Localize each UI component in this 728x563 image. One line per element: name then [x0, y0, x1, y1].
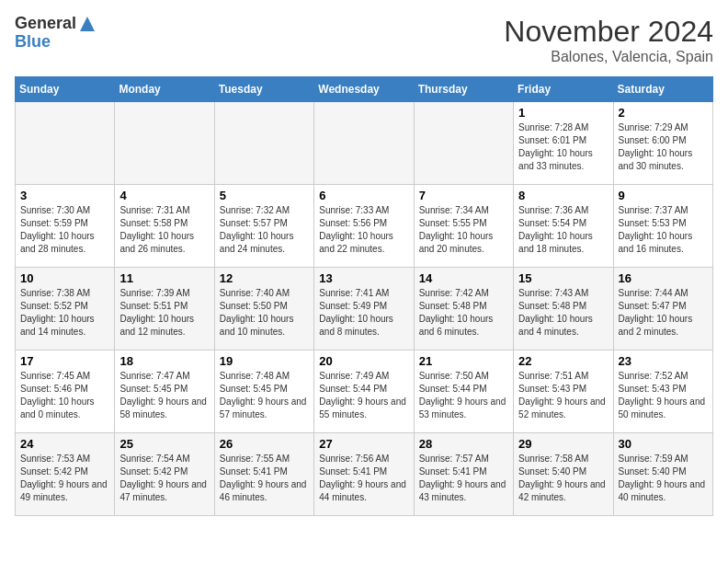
calendar-day-cell: 4Sunrise: 7:31 AM Sunset: 5:58 PM Daylig…: [115, 185, 214, 268]
day-info: Sunrise: 7:34 AM Sunset: 5:55 PM Dayligh…: [419, 204, 508, 256]
calendar-day-cell: [16, 102, 115, 185]
day-number: 22: [518, 354, 608, 368]
day-number: 30: [619, 437, 708, 451]
day-number: 12: [220, 271, 309, 285]
calendar-day-cell: 22Sunrise: 7:51 AM Sunset: 5:43 PM Dayli…: [514, 350, 613, 433]
calendar-day-cell: 7Sunrise: 7:34 AM Sunset: 5:55 PM Daylig…: [414, 185, 513, 268]
day-info: Sunrise: 7:41 AM Sunset: 5:49 PM Dayligh…: [319, 287, 408, 339]
calendar-day-cell: 8Sunrise: 7:36 AM Sunset: 5:54 PM Daylig…: [514, 185, 613, 268]
day-info: Sunrise: 7:38 AM Sunset: 5:52 PM Dayligh…: [20, 287, 109, 339]
calendar-day-cell: 19Sunrise: 7:48 AM Sunset: 5:45 PM Dayli…: [214, 350, 313, 433]
day-info: Sunrise: 7:44 AM Sunset: 5:47 PM Dayligh…: [619, 287, 708, 339]
weekday-header-cell: Saturday: [613, 77, 712, 102]
svg-marker-0: [80, 17, 95, 31]
calendar-week-row: 17Sunrise: 7:45 AM Sunset: 5:46 PM Dayli…: [16, 350, 713, 433]
calendar-day-cell: 10Sunrise: 7:38 AM Sunset: 5:52 PM Dayli…: [16, 268, 115, 350]
day-info: Sunrise: 7:32 AM Sunset: 5:57 PM Dayligh…: [220, 204, 309, 256]
day-info: Sunrise: 7:56 AM Sunset: 5:41 PM Dayligh…: [319, 453, 408, 504]
calendar-day-cell: 28Sunrise: 7:57 AM Sunset: 5:41 PM Dayli…: [414, 433, 513, 516]
day-info: Sunrise: 7:37 AM Sunset: 5:53 PM Dayligh…: [619, 204, 708, 256]
day-info: Sunrise: 7:30 AM Sunset: 5:59 PM Dayligh…: [20, 204, 109, 256]
calendar-week-row: 10Sunrise: 7:38 AM Sunset: 5:52 PM Dayli…: [16, 268, 713, 350]
calendar-day-cell: 25Sunrise: 7:54 AM Sunset: 5:42 PM Dayli…: [115, 433, 214, 516]
logo-icon: [78, 15, 97, 33]
day-number: 3: [20, 189, 109, 202]
weekday-header-cell: Sunday: [16, 77, 115, 102]
day-info: Sunrise: 7:58 AM Sunset: 5:40 PM Dayligh…: [518, 453, 608, 504]
day-info: Sunrise: 7:40 AM Sunset: 5:50 PM Dayligh…: [220, 287, 309, 339]
day-number: 19: [220, 354, 309, 368]
day-number: 21: [419, 354, 508, 368]
calendar-day-cell: [414, 102, 513, 185]
day-info: Sunrise: 7:48 AM Sunset: 5:45 PM Dayligh…: [220, 370, 309, 421]
day-number: 28: [419, 437, 508, 451]
calendar-day-cell: 16Sunrise: 7:44 AM Sunset: 5:47 PM Dayli…: [613, 268, 712, 350]
day-number: 5: [220, 189, 309, 202]
title-block: November 2024 Balones, Valencia, Spain: [504, 15, 713, 65]
calendar-week-row: 24Sunrise: 7:53 AM Sunset: 5:42 PM Dayli…: [16, 433, 713, 516]
calendar-day-cell: 26Sunrise: 7:55 AM Sunset: 5:41 PM Dayli…: [214, 433, 313, 516]
calendar-day-cell: 24Sunrise: 7:53 AM Sunset: 5:42 PM Dayli…: [16, 433, 115, 516]
calendar-day-cell: 1Sunrise: 7:28 AM Sunset: 6:01 PM Daylig…: [514, 102, 613, 185]
day-info: Sunrise: 7:54 AM Sunset: 5:42 PM Dayligh…: [119, 453, 209, 504]
day-number: 15: [518, 271, 608, 285]
calendar-day-cell: 6Sunrise: 7:33 AM Sunset: 5:56 PM Daylig…: [314, 185, 414, 268]
weekday-header-row: SundayMondayTuesdayWednesdayThursdayFrid…: [16, 77, 713, 102]
day-info: Sunrise: 7:33 AM Sunset: 5:56 PM Dayligh…: [319, 204, 408, 256]
calendar-day-cell: [115, 102, 214, 185]
calendar-day-cell: 20Sunrise: 7:49 AM Sunset: 5:44 PM Dayli…: [314, 350, 414, 433]
day-number: 11: [119, 271, 209, 285]
day-number: 4: [119, 189, 209, 202]
day-info: Sunrise: 7:28 AM Sunset: 6:01 PM Dayligh…: [518, 121, 608, 173]
day-number: 13: [319, 271, 408, 285]
day-number: 10: [20, 271, 109, 285]
calendar-body: 1Sunrise: 7:28 AM Sunset: 6:01 PM Daylig…: [16, 102, 713, 516]
day-number: 23: [619, 354, 708, 368]
month-title: November 2024: [504, 15, 713, 49]
page-header: General Blue November 2024 Balones, Vale…: [15, 15, 713, 65]
day-info: Sunrise: 7:51 AM Sunset: 5:43 PM Dayligh…: [518, 370, 608, 421]
day-info: Sunrise: 7:47 AM Sunset: 5:45 PM Dayligh…: [119, 370, 209, 421]
day-number: 14: [419, 271, 508, 285]
weekday-header-cell: Friday: [514, 77, 613, 102]
calendar-day-cell: 2Sunrise: 7:29 AM Sunset: 6:00 PM Daylig…: [613, 102, 712, 185]
day-number: 1: [518, 106, 608, 120]
day-info: Sunrise: 7:49 AM Sunset: 5:44 PM Dayligh…: [319, 370, 408, 421]
calendar-day-cell: 12Sunrise: 7:40 AM Sunset: 5:50 PM Dayli…: [214, 268, 313, 350]
calendar-day-cell: [214, 102, 313, 185]
day-number: 9: [619, 189, 708, 202]
day-number: 2: [619, 106, 708, 120]
day-number: 27: [319, 437, 408, 451]
day-number: 20: [319, 354, 408, 368]
calendar-day-cell: [314, 102, 414, 185]
calendar-table: SundayMondayTuesdayWednesdayThursdayFrid…: [15, 76, 713, 516]
day-number: 7: [419, 189, 508, 202]
day-info: Sunrise: 7:29 AM Sunset: 6:00 PM Dayligh…: [619, 121, 708, 173]
calendar-day-cell: 23Sunrise: 7:52 AM Sunset: 5:43 PM Dayli…: [613, 350, 712, 433]
day-number: 8: [518, 189, 608, 202]
day-info: Sunrise: 7:50 AM Sunset: 5:44 PM Dayligh…: [419, 370, 508, 421]
day-number: 29: [518, 437, 608, 451]
day-info: Sunrise: 7:45 AM Sunset: 5:46 PM Dayligh…: [20, 370, 109, 421]
calendar-day-cell: 9Sunrise: 7:37 AM Sunset: 5:53 PM Daylig…: [613, 185, 712, 268]
location-subtitle: Balones, Valencia, Spain: [504, 49, 713, 65]
calendar-day-cell: 18Sunrise: 7:47 AM Sunset: 5:45 PM Dayli…: [115, 350, 214, 433]
calendar-day-cell: 30Sunrise: 7:59 AM Sunset: 5:40 PM Dayli…: [613, 433, 712, 516]
day-info: Sunrise: 7:52 AM Sunset: 5:43 PM Dayligh…: [619, 370, 708, 421]
calendar-day-cell: 17Sunrise: 7:45 AM Sunset: 5:46 PM Dayli…: [16, 350, 115, 433]
day-info: Sunrise: 7:31 AM Sunset: 5:58 PM Dayligh…: [119, 204, 209, 256]
day-info: Sunrise: 7:42 AM Sunset: 5:48 PM Dayligh…: [419, 287, 508, 339]
day-info: Sunrise: 7:36 AM Sunset: 5:54 PM Dayligh…: [518, 204, 608, 256]
calendar-day-cell: 21Sunrise: 7:50 AM Sunset: 5:44 PM Dayli…: [414, 350, 513, 433]
day-info: Sunrise: 7:55 AM Sunset: 5:41 PM Dayligh…: [220, 453, 309, 504]
day-number: 17: [20, 354, 109, 368]
calendar-day-cell: 27Sunrise: 7:56 AM Sunset: 5:41 PM Dayli…: [314, 433, 414, 516]
day-info: Sunrise: 7:59 AM Sunset: 5:40 PM Dayligh…: [619, 453, 708, 504]
day-info: Sunrise: 7:53 AM Sunset: 5:42 PM Dayligh…: [20, 453, 109, 504]
day-number: 25: [119, 437, 209, 451]
calendar-day-cell: 3Sunrise: 7:30 AM Sunset: 5:59 PM Daylig…: [16, 185, 115, 268]
calendar-day-cell: 14Sunrise: 7:42 AM Sunset: 5:48 PM Dayli…: [414, 268, 513, 350]
weekday-header-cell: Wednesday: [314, 77, 414, 102]
day-info: Sunrise: 7:39 AM Sunset: 5:51 PM Dayligh…: [119, 287, 209, 339]
calendar-week-row: 1Sunrise: 7:28 AM Sunset: 6:01 PM Daylig…: [16, 102, 713, 185]
